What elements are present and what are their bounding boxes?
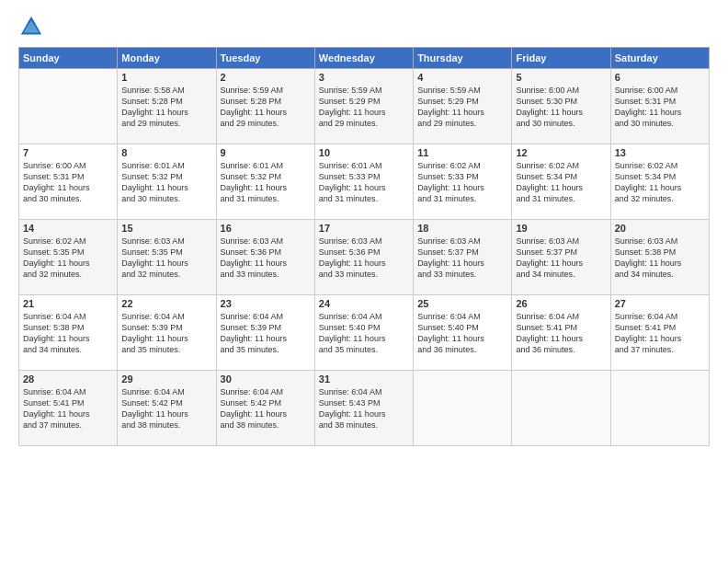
day-info: Sunrise: 6:03 AM Sunset: 5:36 PM Dayligh… — [221, 236, 311, 281]
calendar-cell: 31Sunrise: 6:04 AM Sunset: 5:43 PM Dayli… — [314, 371, 413, 446]
day-number: 26 — [516, 298, 606, 309]
day-info: Sunrise: 6:00 AM Sunset: 5:30 PM Dayligh… — [516, 85, 606, 130]
logo — [18, 14, 48, 40]
calendar-week-row: 7Sunrise: 6:00 AM Sunset: 5:31 PM Daylig… — [19, 144, 710, 220]
weekday-header-row: SundayMondayTuesdayWednesdayThursdayFrid… — [19, 48, 710, 69]
weekday-header-friday: Friday — [512, 48, 610, 69]
day-info: Sunrise: 6:04 AM Sunset: 5:40 PM Dayligh… — [417, 311, 507, 356]
day-number: 30 — [221, 373, 311, 385]
day-info: Sunrise: 5:58 AM Sunset: 5:28 PM Dayligh… — [121, 85, 211, 130]
weekday-header-monday: Monday — [118, 48, 216, 69]
day-number: 4 — [417, 72, 507, 83]
day-info: Sunrise: 6:00 AM Sunset: 5:31 PM Dayligh… — [615, 85, 705, 130]
day-number: 19 — [516, 223, 606, 234]
day-info: Sunrise: 6:04 AM Sunset: 5:39 PM Dayligh… — [221, 311, 311, 356]
day-number: 14 — [23, 223, 113, 234]
calendar-cell: 18Sunrise: 6:03 AM Sunset: 5:37 PM Dayli… — [414, 220, 512, 295]
day-number: 21 — [23, 298, 113, 309]
day-number: 15 — [121, 223, 211, 234]
day-number: 12 — [516, 147, 606, 158]
calendar-cell: 27Sunrise: 6:04 AM Sunset: 5:41 PM Dayli… — [610, 295, 709, 371]
calendar-cell: 20Sunrise: 6:03 AM Sunset: 5:38 PM Dayli… — [610, 220, 709, 295]
calendar-cell: 22Sunrise: 6:04 AM Sunset: 5:39 PM Dayli… — [118, 295, 216, 371]
day-number: 1 — [121, 72, 211, 83]
day-number: 3 — [319, 72, 409, 83]
calendar-cell: 16Sunrise: 6:03 AM Sunset: 5:36 PM Dayli… — [216, 220, 314, 295]
calendar-week-row: 21Sunrise: 6:04 AM Sunset: 5:38 PM Dayli… — [19, 295, 710, 371]
weekday-header-wednesday: Wednesday — [314, 48, 413, 69]
calendar-cell: 6Sunrise: 6:00 AM Sunset: 5:31 PM Daylig… — [610, 69, 709, 144]
day-number: 23 — [221, 298, 311, 309]
day-info: Sunrise: 6:02 AM Sunset: 5:34 PM Dayligh… — [615, 160, 705, 205]
day-number: 24 — [319, 298, 409, 309]
day-info: Sunrise: 6:01 AM Sunset: 5:32 PM Dayligh… — [121, 160, 211, 205]
calendar-cell: 4Sunrise: 5:59 AM Sunset: 5:29 PM Daylig… — [414, 69, 512, 144]
day-info: Sunrise: 6:03 AM Sunset: 5:35 PM Dayligh… — [121, 236, 211, 281]
calendar-cell: 3Sunrise: 5:59 AM Sunset: 5:29 PM Daylig… — [314, 69, 413, 144]
calendar-week-row: 1Sunrise: 5:58 AM Sunset: 5:28 PM Daylig… — [19, 69, 710, 144]
day-number: 9 — [221, 147, 311, 158]
calendar-cell: 11Sunrise: 6:02 AM Sunset: 5:33 PM Dayli… — [414, 144, 512, 220]
calendar-cell: 21Sunrise: 6:04 AM Sunset: 5:38 PM Dayli… — [19, 295, 118, 371]
day-info: Sunrise: 6:04 AM Sunset: 5:43 PM Dayligh… — [319, 386, 409, 431]
calendar-cell: 30Sunrise: 6:04 AM Sunset: 5:42 PM Dayli… — [216, 371, 314, 446]
day-info: Sunrise: 6:01 AM Sunset: 5:32 PM Dayligh… — [221, 160, 311, 205]
calendar-cell: 28Sunrise: 6:04 AM Sunset: 5:41 PM Dayli… — [19, 371, 118, 446]
calendar-cell — [414, 371, 512, 446]
day-number: 29 — [121, 373, 211, 385]
day-number: 16 — [221, 223, 311, 234]
day-number: 6 — [615, 72, 705, 83]
calendar-cell: 14Sunrise: 6:02 AM Sunset: 5:35 PM Dayli… — [19, 220, 118, 295]
day-number: 20 — [615, 223, 705, 234]
calendar-cell: 10Sunrise: 6:01 AM Sunset: 5:33 PM Dayli… — [314, 144, 413, 220]
calendar-cell: 25Sunrise: 6:04 AM Sunset: 5:40 PM Dayli… — [414, 295, 512, 371]
day-number: 5 — [516, 72, 606, 83]
weekday-header-sunday: Sunday — [19, 48, 118, 69]
day-info: Sunrise: 6:02 AM Sunset: 5:34 PM Dayligh… — [516, 160, 606, 205]
calendar-cell — [512, 371, 610, 446]
day-info: Sunrise: 5:59 AM Sunset: 5:29 PM Dayligh… — [319, 85, 409, 130]
calendar-cell: 5Sunrise: 6:00 AM Sunset: 5:30 PM Daylig… — [512, 69, 610, 144]
calendar-table: SundayMondayTuesdayWednesdayThursdayFrid… — [18, 47, 710, 446]
day-info: Sunrise: 6:04 AM Sunset: 5:38 PM Dayligh… — [23, 311, 113, 356]
day-info: Sunrise: 6:04 AM Sunset: 5:39 PM Dayligh… — [121, 311, 211, 356]
day-number: 25 — [417, 298, 507, 309]
day-number: 17 — [319, 223, 409, 234]
calendar-week-row: 28Sunrise: 6:04 AM Sunset: 5:41 PM Dayli… — [19, 371, 710, 446]
day-info: Sunrise: 6:02 AM Sunset: 5:35 PM Dayligh… — [23, 236, 113, 281]
calendar-week-row: 14Sunrise: 6:02 AM Sunset: 5:35 PM Dayli… — [19, 220, 710, 295]
day-number: 31 — [319, 373, 409, 385]
header — [18, 14, 710, 40]
day-info: Sunrise: 6:04 AM Sunset: 5:41 PM Dayligh… — [516, 311, 606, 356]
calendar-cell: 9Sunrise: 6:01 AM Sunset: 5:32 PM Daylig… — [216, 144, 314, 220]
calendar-cell: 26Sunrise: 6:04 AM Sunset: 5:41 PM Dayli… — [512, 295, 610, 371]
day-info: Sunrise: 6:03 AM Sunset: 5:37 PM Dayligh… — [417, 236, 507, 281]
day-number: 13 — [615, 147, 705, 158]
day-info: Sunrise: 6:03 AM Sunset: 5:37 PM Dayligh… — [516, 236, 606, 281]
calendar-cell — [19, 69, 118, 144]
day-info: Sunrise: 6:01 AM Sunset: 5:33 PM Dayligh… — [319, 160, 409, 205]
day-number: 7 — [23, 147, 113, 158]
day-info: Sunrise: 6:04 AM Sunset: 5:41 PM Dayligh… — [23, 386, 113, 431]
calendar-cell: 17Sunrise: 6:03 AM Sunset: 5:36 PM Dayli… — [314, 220, 413, 295]
day-info: Sunrise: 6:00 AM Sunset: 5:31 PM Dayligh… — [23, 160, 113, 205]
day-number: 22 — [121, 298, 211, 309]
day-info: Sunrise: 6:04 AM Sunset: 5:40 PM Dayligh… — [319, 311, 409, 356]
day-number: 2 — [221, 72, 311, 83]
day-info: Sunrise: 6:04 AM Sunset: 5:42 PM Dayligh… — [221, 386, 311, 431]
day-number: 10 — [319, 147, 409, 158]
day-info: Sunrise: 5:59 AM Sunset: 5:28 PM Dayligh… — [221, 85, 311, 130]
day-number: 8 — [121, 147, 211, 158]
calendar-cell: 24Sunrise: 6:04 AM Sunset: 5:40 PM Dayli… — [314, 295, 413, 371]
day-info: Sunrise: 6:02 AM Sunset: 5:33 PM Dayligh… — [417, 160, 507, 205]
calendar-cell: 23Sunrise: 6:04 AM Sunset: 5:39 PM Dayli… — [216, 295, 314, 371]
calendar-cell: 15Sunrise: 6:03 AM Sunset: 5:35 PM Dayli… — [118, 220, 216, 295]
day-info: Sunrise: 6:04 AM Sunset: 5:42 PM Dayligh… — [121, 386, 211, 431]
calendar-cell — [610, 371, 709, 446]
weekday-header-saturday: Saturday — [610, 48, 709, 69]
calendar-cell: 29Sunrise: 6:04 AM Sunset: 5:42 PM Dayli… — [118, 371, 216, 446]
day-number: 18 — [417, 223, 507, 234]
day-info: Sunrise: 5:59 AM Sunset: 5:29 PM Dayligh… — [417, 85, 507, 130]
weekday-header-thursday: Thursday — [414, 48, 512, 69]
logo-icon — [18, 14, 44, 40]
